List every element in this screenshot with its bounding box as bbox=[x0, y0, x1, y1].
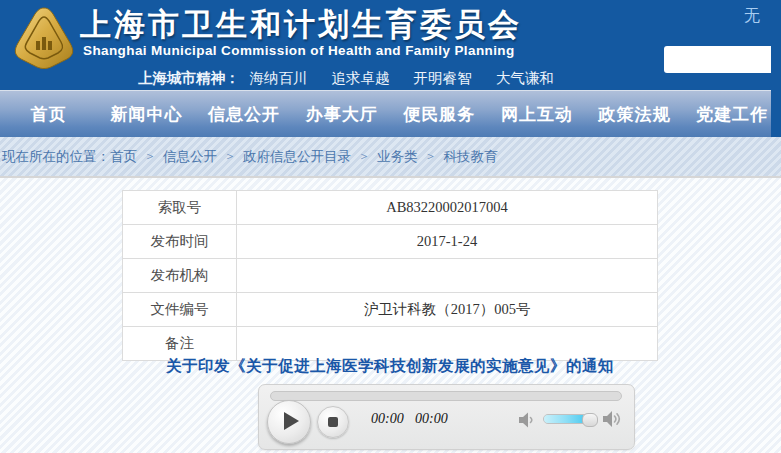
doc-meta-value: 2017-1-24 bbox=[237, 225, 658, 259]
doc-meta-value: AB83220002017004 bbox=[237, 191, 658, 225]
volume-handle[interactable] bbox=[582, 413, 598, 427]
current-time: 00:00 bbox=[371, 411, 404, 427]
nav-item-public-service[interactable]: 便民服务 bbox=[391, 103, 489, 126]
volume-up-icon[interactable] bbox=[601, 408, 621, 428]
city-spirit-slogan: 上海城市精神： 海纳百川 追求卓越 开明睿智 大气谦和 bbox=[138, 69, 574, 88]
doc-meta-row: 发布时间 2017-1-24 bbox=[123, 225, 658, 259]
nav-item-news[interactable]: 新闻中心 bbox=[98, 103, 196, 126]
volume-fill bbox=[544, 415, 583, 423]
stop-button[interactable] bbox=[317, 406, 349, 438]
site-title: 上海市卫生和计划生育委员会 bbox=[80, 4, 522, 46]
breadcrumb-link-home[interactable]: 首页 bbox=[110, 148, 137, 166]
breadcrumb-separator: ＞ bbox=[144, 148, 156, 165]
nav-item-party-building[interactable]: 党建工作 bbox=[683, 103, 781, 126]
document-title: 关于印发《关于促进上海医学科技创新发展的实施意见》的通知 bbox=[110, 356, 670, 377]
play-button[interactable] bbox=[267, 400, 311, 444]
main-nav: 首页 新闻中心 信息公开 办事大厅 便民服务 网上互动 政策法规 党建工作 bbox=[0, 90, 781, 137]
seek-bar[interactable] bbox=[270, 391, 622, 401]
search-input[interactable] bbox=[664, 46, 781, 73]
nav-item-home[interactable]: 首页 bbox=[0, 103, 98, 126]
doc-meta-label: 发布时间 bbox=[123, 225, 237, 259]
volume-down-icon[interactable] bbox=[517, 410, 537, 430]
breadcrumb-separator: ＞ bbox=[224, 148, 236, 165]
site-logo-icon bbox=[12, 5, 76, 71]
doc-meta-row: 索取号 AB83220002017004 bbox=[123, 191, 658, 225]
doc-meta-table: 索取号 AB83220002017004 发布时间 2017-1-24 发布机构… bbox=[122, 190, 658, 361]
breadcrumb-separator: ＞ bbox=[425, 148, 437, 165]
breadcrumb-link-info-disclosure[interactable]: 信息公开 bbox=[163, 148, 217, 166]
volume-slider[interactable] bbox=[543, 414, 595, 424]
doc-meta-row: 文件编号 沪卫计科教（2017）005号 bbox=[123, 293, 658, 327]
breadcrumb-link-business-category[interactable]: 业务类 bbox=[377, 148, 418, 166]
audio-player: 00:00 00:00 bbox=[258, 384, 635, 450]
doc-meta-value bbox=[237, 259, 658, 293]
site-subtitle: Shanghai Municipal Commission of Health … bbox=[83, 43, 515, 58]
slogan-item: 海纳百川 bbox=[250, 70, 308, 86]
total-time: 00:00 bbox=[415, 411, 448, 427]
doc-meta-label: 文件编号 bbox=[123, 293, 237, 327]
doc-meta-label: 索取号 bbox=[123, 191, 237, 225]
nav-item-online-interaction[interactable]: 网上互动 bbox=[488, 103, 586, 126]
doc-meta-value: 沪卫计科教（2017）005号 bbox=[237, 293, 658, 327]
breadcrumb-link-sci-tech-education[interactable]: 科技教育 bbox=[444, 148, 498, 166]
doc-meta-label: 发布机构 bbox=[123, 259, 237, 293]
slogan-item: 追求卓越 bbox=[332, 70, 390, 86]
slogan-item: 大气谦和 bbox=[496, 70, 554, 86]
stop-icon bbox=[328, 417, 338, 427]
slogan-item: 开明睿智 bbox=[414, 70, 472, 86]
nav-item-policies[interactable]: 政策法规 bbox=[586, 103, 684, 126]
accessibility-link[interactable]: 无 bbox=[744, 6, 760, 27]
breadcrumb: 现在所在的位置： 首页 ＞ 信息公开 ＞ 政府信息公开目录 ＞ 业务类 ＞ 科技… bbox=[0, 137, 781, 178]
nav-item-service-hall[interactable]: 办事大厅 bbox=[293, 103, 391, 126]
breadcrumb-separator: ＞ bbox=[358, 148, 370, 165]
breadcrumb-link-gov-info-catalog[interactable]: 政府信息公开目录 bbox=[243, 148, 351, 166]
slogan-label: 上海城市精神： bbox=[138, 70, 240, 86]
site-header: 上海市卫生和计划生育委员会 Shanghai Municipal Commiss… bbox=[0, 0, 781, 90]
breadcrumb-label: 现在所在的位置： bbox=[2, 148, 110, 166]
doc-meta-row: 发布机构 bbox=[123, 259, 658, 293]
play-icon bbox=[284, 412, 299, 430]
nav-item-info-disclosure[interactable]: 信息公开 bbox=[195, 103, 293, 126]
